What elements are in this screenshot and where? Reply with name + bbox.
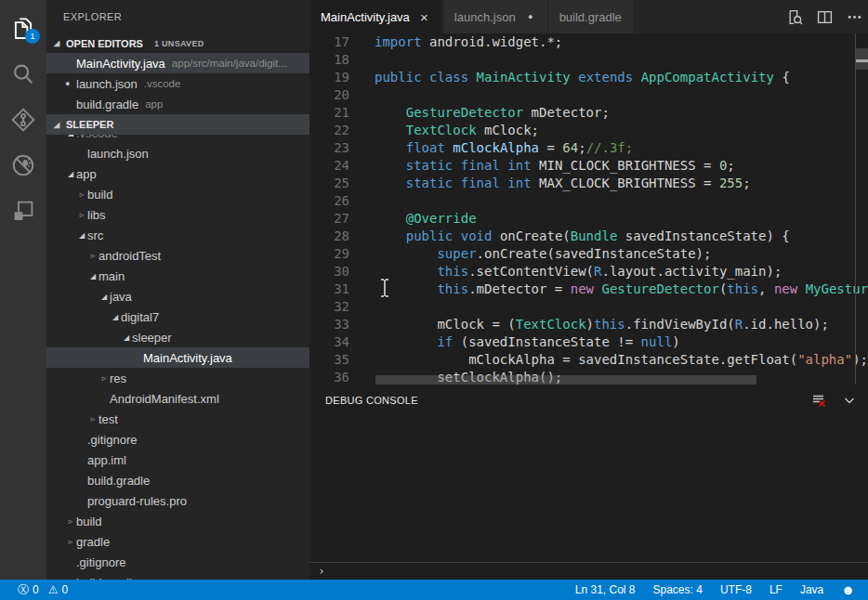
code-line-31[interactable]: 31 this.mDetector = new GestureDetector(… [309, 280, 868, 298]
chevron-expanded-icon[interactable]: ◢ [87, 272, 99, 280]
tab-MainActivity.java[interactable]: MainActivity.java× [309, 0, 443, 33]
code-line-21[interactable]: 21 GestureDetector mDetector; [309, 104, 868, 122]
activity-explorer-button[interactable]: 1 [0, 6, 46, 51]
code-line-17[interactable]: 17import android.widget.*; [309, 33, 868, 51]
split-editor-icon[interactable] [817, 9, 833, 25]
tree-item-label: src [87, 228, 103, 242]
status-cursor-position[interactable]: Ln 31, Col 8 [575, 583, 636, 596]
tab-build.gradle[interactable]: build.gradle [548, 0, 634, 33]
status-encoding[interactable]: UTF-8 [720, 583, 752, 596]
activity-source-control-button[interactable] [0, 97, 46, 142]
tree-item-folder[interactable]: ◢src [46, 225, 309, 245]
line-number: 25 [309, 175, 375, 192]
tree-item-folder[interactable]: ▹libs [46, 204, 309, 225]
status-indentation[interactable]: Spaces: 4 [653, 583, 703, 596]
chevron-collapsed-icon[interactable]: ▹ [76, 210, 87, 219]
tree-item-folder[interactable]: ▹androidTest [46, 245, 309, 266]
tree-item-file[interactable]: .gitignore [46, 552, 309, 572]
line-content: this.setContentView(R.layout.activity_ma… [375, 263, 782, 280]
tree-item-folder[interactable]: ◢main [46, 266, 309, 286]
tree-item-folder[interactable]: ▹res [46, 368, 309, 388]
open-editor-item[interactable]: MainActivity.javaapp/src/main/java/digit… [46, 53, 309, 73]
tree-item-file[interactable]: launch.json [46, 143, 309, 163]
open-preview-icon[interactable] [787, 9, 803, 25]
chevron-collapsed-icon[interactable]: ▹ [99, 373, 110, 383]
chevron-expanded-icon[interactable]: ◢ [99, 293, 110, 301]
debug-console-input[interactable]: › [309, 562, 868, 579]
chevron-collapsed-icon[interactable]: ▹ [87, 414, 99, 424]
line-content: float mClockAlpha = 64;//.3f; [375, 139, 633, 157]
collapse-panel-icon[interactable] [842, 393, 857, 408]
code-line-20[interactable]: 20 [309, 86, 868, 104]
close-icon[interactable]: × [417, 9, 431, 25]
tree-item-file[interactable]: build.gradle [46, 470, 309, 490]
code-line-27[interactable]: 27 @Override [309, 210, 868, 228]
dirty-indicator-icon[interactable]: ● [525, 12, 536, 21]
status-language-mode[interactable]: Java [800, 583, 823, 596]
code-line-30[interactable]: 30 this.setContentView(R.layout.activity… [309, 263, 868, 280]
tree-item-folder[interactable]: ◢sleeper [46, 327, 309, 347]
chevron-expanded-icon[interactable]: ◢ [121, 333, 132, 342]
code-line-28[interactable]: 28 public void onCreate(Bundle savedInst… [309, 228, 868, 245]
clear-output-icon[interactable] [811, 393, 826, 408]
line-number: 34 [309, 333, 375, 351]
chevron-expanded-icon[interactable]: ◢ [65, 135, 76, 137]
tree-item-folder[interactable]: ▹test [46, 409, 309, 429]
tab-label: MainActivity.java [321, 10, 410, 24]
panel-header: DEBUG CONSOLE [309, 385, 868, 416]
tree-item-file[interactable]: .gitignore [46, 429, 309, 450]
horizontal-scrollbar[interactable] [375, 375, 756, 385]
chevron-collapsed-icon[interactable]: ▹ [65, 516, 76, 526]
tree-item-file[interactable]: app.iml [46, 450, 309, 470]
problems-errors[interactable]: Ⓧ 0 [18, 583, 39, 596]
project-section-header[interactable]: ◢ SLEEPER [46, 114, 309, 135]
chevron-expanded-icon[interactable]: ◢ [65, 170, 76, 178]
code-editor[interactable]: 17import android.widget.*;1819public cla… [309, 33, 868, 385]
chevron-collapsed-icon[interactable]: ▹ [76, 189, 87, 199]
tree-item-file[interactable]: proguard-rules.pro [46, 490, 309, 511]
tree-item-folder[interactable]: ◢digital7 [46, 307, 309, 327]
code-line-32[interactable]: 32 [309, 298, 868, 316]
chevron-expanded-icon[interactable]: ◢ [76, 231, 87, 240]
chevron-collapsed-icon[interactable]: ▹ [87, 251, 99, 260]
code-line-33[interactable]: 33 mClock = (TextClock)this.findViewById… [309, 316, 868, 333]
code-line-26[interactable]: 26 [309, 192, 868, 210]
code-line-29[interactable]: 29 super.onCreate(savedInstanceState); [309, 245, 868, 263]
activity-search-button[interactable] [0, 51, 46, 97]
code-line-18[interactable]: 18 [309, 51, 868, 69]
line-content: mClock = (TextClock)this.findViewById(R.… [375, 316, 829, 333]
code-line-19[interactable]: 19public class MainActivity extends AppC… [309, 69, 868, 86]
code-line-24[interactable]: 24 static final int MIN_CLOCK_BRIGHTNESS… [309, 157, 868, 175]
activity-debug-button[interactable] [0, 142, 46, 188]
code-line-22[interactable]: 22 TextClock mClock; [309, 122, 868, 139]
tree-item-folder[interactable]: ▹build [46, 184, 309, 204]
activity-extensions-button[interactable] [0, 188, 46, 233]
tree-item-file[interactable]: MainActivity.java [46, 347, 309, 368]
open-editor-item[interactable]: ●launch.json.vscode [46, 73, 309, 94]
code-line-25[interactable]: 25 static final int MAX_CLOCK_BRIGHTNESS… [309, 175, 868, 192]
tree-item-label: java [110, 290, 132, 304]
code-line-35[interactable]: 35 mClockAlpha = savedInstanceState.getF… [309, 351, 868, 369]
status-language-mode-label: Java [800, 583, 823, 596]
tree-item-file[interactable]: build.gradle [46, 572, 309, 580]
open-editors-header[interactable]: ◢ OPEN EDITORS 1 UNSAVED [46, 33, 309, 53]
status-eol[interactable]: LF [769, 583, 783, 596]
chevron-collapsed-icon[interactable]: ▹ [65, 537, 76, 546]
more-actions-icon[interactable] [847, 9, 862, 25]
tree-item-folder[interactable]: ◢.vscode [46, 135, 309, 143]
code-line-34[interactable]: 34 if (savedInstanceState != null) [309, 333, 868, 351]
open-editor-item[interactable]: build.gradleapp [46, 94, 309, 114]
tree-item-folder[interactable]: ▹gradle [46, 531, 309, 552]
tree-item-folder[interactable]: ◢app [46, 163, 309, 184]
problems-warnings[interactable]: ⚠ 0 [48, 583, 68, 596]
tree-item-folder[interactable]: ◢java [46, 286, 309, 307]
chevron-expanded-icon[interactable]: ◢ [110, 313, 121, 321]
line-content: static final int MAX_CLOCK_BRIGHTNESS = … [375, 175, 751, 192]
tree-item-file[interactable]: AndroidManifest.xml [46, 388, 309, 409]
status-feedback[interactable]: ☻ [841, 583, 855, 596]
code-line-23[interactable]: 23 float mClockAlpha = 64;//.3f; [309, 139, 868, 157]
tab-launch.json[interactable]: launch.json● [443, 0, 548, 33]
open-editor-path: app/src/main/java/digit... [172, 58, 287, 69]
sidebar-explorer: EXPLORER ◢ OPEN EDITORS 1 UNSAVED MainAc… [46, 0, 309, 580]
tree-item-folder[interactable]: ▹build [46, 511, 309, 531]
